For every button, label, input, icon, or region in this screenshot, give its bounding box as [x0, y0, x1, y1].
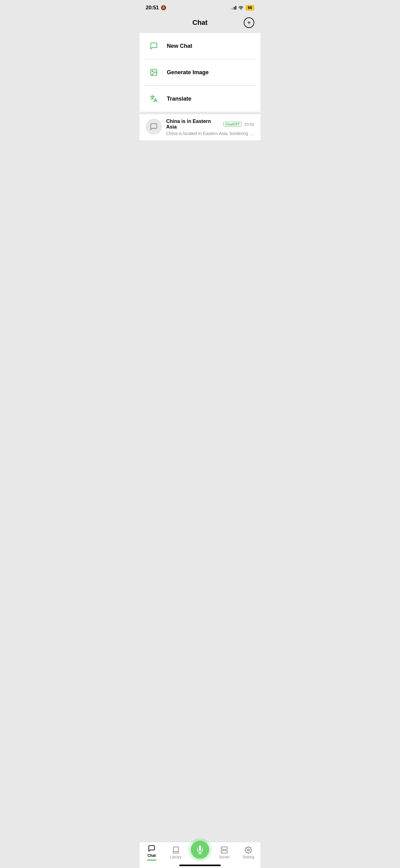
menu-item-new-chat[interactable]: New Chat [144, 33, 256, 59]
chat-avatar [146, 119, 162, 135]
new-chat-icon-wrap [146, 38, 162, 54]
chat-history-list: China is in Eastern Asia ChatGPT 20:50 C… [139, 114, 261, 140]
chat-item-time: 20:50 [244, 122, 254, 127]
add-chat-button[interactable]: + [244, 18, 254, 28]
page-header: Chat + [139, 14, 261, 33]
page-title: Chat [193, 19, 208, 27]
chat-item-content: China is in Eastern Asia ChatGPT 20:50 C… [166, 119, 254, 136]
plus-icon: + [247, 20, 251, 26]
menu-item-translate[interactable]: Translate [144, 86, 256, 112]
mute-icon: 🔕 [161, 5, 167, 10]
svg-point-1 [152, 71, 153, 72]
generate-image-icon-wrap [146, 64, 162, 81]
translate-icon [150, 95, 158, 103]
chatgpt-badge: ChatGPT [223, 122, 241, 127]
chat-avatar-icon [150, 123, 158, 131]
status-bar: 20:51 🔕 66 [139, 0, 261, 14]
chat-history-item[interactable]: China is in Eastern Asia ChatGPT 20:50 C… [139, 114, 261, 140]
menu-list: New Chat Generate Image [139, 33, 261, 112]
chat-title-row: China is in Eastern Asia ChatGPT 20:50 [166, 119, 254, 130]
new-chat-label: New Chat [167, 43, 192, 49]
translate-label: Translate [167, 96, 191, 102]
signal-icon [231, 6, 236, 10]
battery-indicator: 66 [245, 5, 254, 10]
translate-icon-wrap [146, 91, 162, 107]
section-divider [139, 112, 261, 114]
generate-image-label: Generate Image [167, 69, 209, 76]
status-icons: 66 [231, 5, 254, 10]
menu-section: New Chat Generate Image [139, 33, 261, 112]
image-icon [150, 68, 158, 76]
empty-content-area [139, 140, 261, 265]
wifi-icon [238, 5, 244, 10]
chat-item-preview: China is located in Eastern Asia, border… [166, 131, 254, 136]
status-time: 20:51 [146, 5, 159, 11]
chat-bubble-icon [150, 42, 158, 50]
menu-item-generate-image[interactable]: Generate Image [144, 59, 256, 86]
chat-item-title: China is in Eastern Asia [166, 119, 221, 130]
